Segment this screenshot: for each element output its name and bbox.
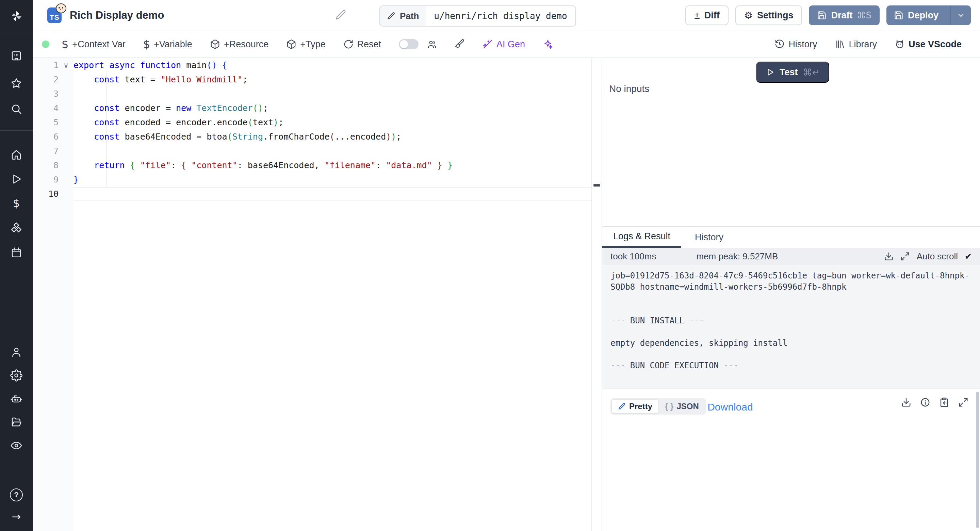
code-line: 1∨export async function main() { — [33, 58, 592, 72]
script-title: Rich Display demo — [70, 9, 164, 21]
code-line: 2 const text = "Hello Windmill"; — [33, 72, 592, 87]
test-shortcut: ⌘↵ — [803, 67, 820, 78]
home-icon[interactable] — [0, 148, 33, 161]
typescript-badge: TS — [47, 8, 62, 23]
pretty-view-button[interactable]: Pretty — [611, 399, 659, 413]
line-number: 2 — [33, 72, 59, 87]
code-text — [73, 144, 592, 158]
reset-label: Reset — [357, 39, 382, 50]
help-question-icon[interactable]: ? — [0, 488, 33, 502]
users-icon — [427, 39, 437, 49]
line-number: 1 — [33, 58, 59, 72]
code-text: export async function main() { — [73, 58, 592, 72]
line-number: 9 — [33, 172, 59, 187]
add-resource-label: +Resource — [224, 39, 269, 50]
add-context-var-button[interactable]: $ +Context Var — [62, 38, 126, 51]
line-number: 7 — [33, 144, 59, 158]
code-line: 3 — [33, 87, 592, 101]
format-brush-button[interactable] — [455, 39, 465, 49]
editor-viewport[interactable]: 1∨export async function main() {2 const … — [33, 58, 592, 531]
dollar-icon: $ — [143, 38, 150, 51]
variables-dollar-icon[interactable]: $ — [0, 196, 33, 210]
draft-button[interactable]: Draft ⌘S — [809, 5, 880, 25]
run-info-bar: took 100ms mem peak: 9.527MB Auto scroll… — [602, 248, 980, 265]
download-result-icon[interactable] — [901, 397, 911, 407]
fold-chevron-icon[interactable]: ∨ — [59, 58, 73, 72]
settings-button[interactable]: ⚙ Settings — [735, 5, 802, 25]
library-label: Library — [849, 39, 877, 50]
toggle-switch[interactable] — [399, 39, 418, 49]
test-button[interactable]: Test ⌘↵ — [756, 62, 829, 83]
expand-sidebar-arrow-icon[interactable]: → — [0, 510, 33, 523]
copy-to-clipboard-icon[interactable] — [939, 397, 950, 407]
download-result-link[interactable]: Download — [708, 401, 753, 413]
workspace-icon[interactable] — [0, 49, 33, 63]
save-icon — [817, 11, 827, 20]
reset-button[interactable]: Reset — [343, 39, 382, 50]
download-logs-icon[interactable] — [884, 252, 894, 261]
info-icon[interactable] — [920, 397, 930, 407]
dollar-icon: $ — [62, 38, 68, 51]
tab-logs-result[interactable]: Logs & Result — [602, 227, 681, 248]
use-vscode-label: Use VScode — [908, 39, 962, 50]
code-text: const text = "Hello Windmill"; — [73, 72, 592, 87]
windmill-logo-icon[interactable] — [0, 10, 33, 23]
code-line: 5 const encoded = encoder.encode(text); — [33, 115, 592, 130]
folders-icon[interactable] — [0, 415, 33, 429]
json-view-button[interactable]: { } JSON — [659, 402, 705, 411]
logs-pane: Logs & Result History took 100ms mem pea… — [602, 226, 980, 389]
path-chip[interactable]: Path u/henri/rich_display_demo — [379, 5, 576, 27]
result-pane: Pretty { } JSON Download — [602, 389, 980, 531]
ai-gen-label: AI Gen — [496, 39, 525, 50]
auto-scroll-label[interactable]: Auto scroll — [917, 251, 958, 262]
add-type-button[interactable]: +Type — [286, 39, 325, 50]
audit-eye-icon[interactable] — [0, 439, 33, 452]
result-view-switch: Pretty { } JSON — [611, 398, 706, 415]
pencil-icon — [335, 9, 347, 21]
windmill-app: $ ? → — [0, 0, 980, 531]
content-area: 1∨export async function main() {2 const … — [33, 58, 980, 531]
code-text — [73, 187, 592, 201]
library-button[interactable]: Library — [835, 39, 877, 50]
multiplayer-button[interactable] — [427, 39, 437, 49]
diff-mode-toggle[interactable] — [399, 39, 418, 49]
sidebar-divider — [0, 33, 33, 33]
users-person-icon[interactable] — [0, 346, 33, 359]
deploy-dropdown-button[interactable] — [950, 5, 971, 25]
plus-minus-icon: ± — [694, 10, 700, 21]
sparkles-icon — [543, 39, 553, 49]
history-button[interactable]: History — [775, 39, 817, 50]
favorites-star-icon[interactable] — [0, 77, 33, 90]
resources-cubes-icon[interactable] — [0, 221, 33, 235]
library-icon — [835, 39, 845, 49]
run-input-pane: Test ⌘↵ No inputs — [602, 58, 980, 226]
workers-robot-icon[interactable] — [0, 392, 33, 406]
runs-play-icon[interactable] — [0, 172, 33, 186]
expand-result-icon[interactable] — [958, 397, 969, 407]
deploy-button[interactable]: Deploy — [886, 5, 971, 25]
edit-summary-button[interactable] — [335, 9, 347, 22]
fold-gutter — [59, 72, 73, 87]
line-number: 8 — [33, 158, 59, 172]
tab-history[interactable]: History — [695, 227, 724, 248]
code-text: const encoder = new TextEncoder(); — [73, 101, 592, 115]
settings-gear-icon[interactable] — [0, 368, 33, 382]
search-icon[interactable] — [0, 102, 33, 116]
code-line: 8 return { "file": { "content": base64En… — [33, 158, 592, 172]
add-resource-button[interactable]: +Resource — [210, 39, 269, 50]
schedules-calendar-icon[interactable] — [0, 246, 33, 259]
mem-peak: mem peak: 9.527MB — [696, 251, 778, 262]
code-editor[interactable]: 1∨export async function main() {2 const … — [33, 58, 601, 531]
ai-gen-button[interactable]: AI Gen — [482, 39, 525, 50]
typescript-badge-label: TS — [50, 13, 59, 21]
path-value[interactable]: u/henri/rich_display_demo — [426, 6, 575, 26]
auto-scroll-checkmark[interactable]: ✔ — [965, 252, 972, 262]
add-variable-button[interactable]: $ +Variable — [143, 38, 192, 51]
line-number: 3 — [33, 87, 59, 101]
result-scrollbar[interactable] — [976, 392, 979, 528]
expand-logs-icon[interactable] — [900, 252, 910, 261]
ai-sparkles-button[interactable] — [543, 39, 553, 49]
use-vscode-button[interactable]: Use VScode — [894, 39, 962, 50]
diff-button[interactable]: ± Diff — [685, 5, 728, 25]
draft-shortcut: ⌘S — [857, 10, 872, 21]
